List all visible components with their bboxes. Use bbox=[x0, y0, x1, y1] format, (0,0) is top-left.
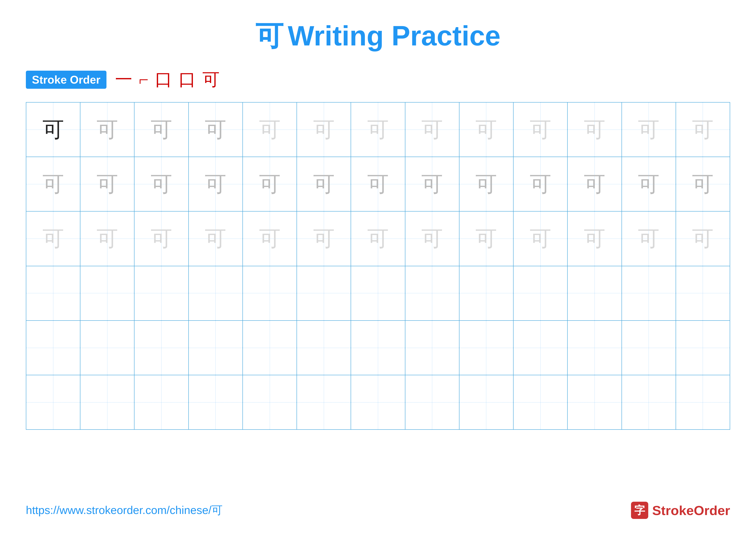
grid-cell[interactable] bbox=[189, 321, 243, 375]
grid-cell[interactable] bbox=[189, 375, 243, 429]
grid-cell[interactable] bbox=[622, 321, 676, 375]
grid-cell[interactable]: 可 bbox=[622, 212, 676, 266]
grid-cell[interactable]: 可 bbox=[568, 157, 622, 211]
grid-cell[interactable]: 可 bbox=[297, 157, 351, 211]
grid-cell[interactable]: 可 bbox=[297, 212, 351, 266]
grid-cell[interactable] bbox=[134, 321, 189, 375]
grid-cell[interactable]: 可 bbox=[351, 103, 405, 157]
grid-cell[interactable]: 可 bbox=[134, 157, 189, 211]
grid-cell[interactable] bbox=[134, 375, 189, 429]
grid-cell[interactable]: 可 bbox=[134, 103, 189, 157]
grid-cell[interactable]: 可 bbox=[80, 157, 134, 211]
grid-cell[interactable] bbox=[514, 375, 568, 429]
grid-cell[interactable] bbox=[568, 266, 622, 320]
grid-cell[interactable]: 可 bbox=[189, 103, 243, 157]
grid-cell[interactable]: 可 bbox=[243, 103, 297, 157]
grid-cell[interactable] bbox=[80, 266, 134, 320]
grid-cell[interactable]: 可 bbox=[26, 212, 80, 266]
grid-cell[interactable] bbox=[676, 321, 730, 375]
grid-cell[interactable]: 可 bbox=[243, 212, 297, 266]
grid-cell[interactable] bbox=[676, 375, 730, 429]
grid-cell[interactable]: 可 bbox=[26, 157, 80, 211]
grid-cell[interactable]: 可 bbox=[405, 103, 459, 157]
brand-icon: 字 bbox=[631, 502, 648, 519]
grid-cell[interactable]: 可 bbox=[26, 103, 80, 157]
grid-cell[interactable]: 可 bbox=[80, 103, 134, 157]
grid-cell[interactable]: 可 bbox=[459, 212, 514, 266]
grid-cell[interactable] bbox=[351, 375, 405, 429]
grid-cell[interactable]: 可 bbox=[189, 212, 243, 266]
stroke-sequence: 一 ⌐ 口 口 可 bbox=[115, 68, 220, 91]
grid-cell[interactable] bbox=[134, 266, 189, 320]
grid-cell[interactable]: 可 bbox=[568, 212, 622, 266]
grid-cell[interactable]: 可 bbox=[189, 157, 243, 211]
practice-char: 可 bbox=[638, 173, 660, 195]
grid-cell[interactable] bbox=[568, 375, 622, 429]
practice-char: 可 bbox=[584, 119, 606, 140]
grid-cell[interactable] bbox=[514, 321, 568, 375]
grid-row-2: 可 可 可 可 可 可 可 可 可 可 可 可 可 bbox=[26, 157, 730, 212]
grid-cell[interactable] bbox=[26, 321, 80, 375]
grid-cell[interactable] bbox=[351, 321, 405, 375]
grid-cell[interactable]: 可 bbox=[459, 157, 514, 211]
grid-cell[interactable] bbox=[459, 375, 514, 429]
grid-cell[interactable] bbox=[297, 375, 351, 429]
grid-cell[interactable]: 可 bbox=[514, 103, 568, 157]
grid-cell[interactable] bbox=[26, 375, 80, 429]
grid-cell[interactable]: 可 bbox=[568, 103, 622, 157]
stroke-order-section: Stroke Order 一 ⌐ 口 口 可 bbox=[26, 68, 730, 91]
practice-char: 可 bbox=[475, 173, 497, 195]
grid-cell[interactable]: 可 bbox=[80, 212, 134, 266]
grid-cell[interactable]: 可 bbox=[676, 212, 730, 266]
grid-cell[interactable]: 可 bbox=[676, 157, 730, 211]
footer: https://www.strokeorder.com/chinese/可 字 … bbox=[26, 502, 730, 519]
practice-char: 可 bbox=[205, 228, 226, 249]
grid-cell[interactable]: 可 bbox=[351, 212, 405, 266]
stroke-step-4: 口 bbox=[179, 68, 196, 91]
grid-cell[interactable]: 可 bbox=[622, 103, 676, 157]
grid-cell[interactable] bbox=[514, 266, 568, 320]
grid-cell[interactable] bbox=[676, 266, 730, 320]
grid-cell[interactable] bbox=[297, 266, 351, 320]
grid-cell[interactable] bbox=[80, 375, 134, 429]
grid-cell[interactable]: 可 bbox=[405, 157, 459, 211]
practice-char: 可 bbox=[367, 173, 389, 195]
grid-cell[interactable]: 可 bbox=[514, 212, 568, 266]
grid-cell[interactable] bbox=[622, 266, 676, 320]
grid-cell[interactable] bbox=[405, 321, 459, 375]
grid-cell[interactable] bbox=[297, 321, 351, 375]
grid-cell[interactable]: 可 bbox=[297, 103, 351, 157]
grid-cell[interactable]: 可 bbox=[243, 157, 297, 211]
grid-cell[interactable] bbox=[243, 375, 297, 429]
grid-cell[interactable] bbox=[405, 266, 459, 320]
practice-char: 可 bbox=[96, 228, 118, 249]
grid-cell[interactable] bbox=[622, 375, 676, 429]
practice-char: 可 bbox=[259, 119, 281, 140]
grid-cell[interactable] bbox=[405, 375, 459, 429]
practice-char: 可 bbox=[692, 173, 714, 195]
grid-cell[interactable]: 可 bbox=[676, 103, 730, 157]
grid-cell[interactable] bbox=[568, 321, 622, 375]
grid-cell[interactable]: 可 bbox=[134, 212, 189, 266]
grid-cell[interactable] bbox=[243, 321, 297, 375]
grid-cell[interactable]: 可 bbox=[514, 157, 568, 211]
grid-cell[interactable]: 可 bbox=[622, 157, 676, 211]
title-character: 可 bbox=[256, 20, 284, 51]
grid-cell[interactable] bbox=[243, 266, 297, 320]
footer-brand: 字 StrokeOrder bbox=[631, 502, 730, 519]
grid-cell[interactable]: 可 bbox=[405, 212, 459, 266]
grid-cell[interactable] bbox=[189, 266, 243, 320]
practice-char: 可 bbox=[692, 228, 714, 249]
practice-char: 可 bbox=[313, 173, 335, 195]
grid-cell[interactable] bbox=[351, 266, 405, 320]
grid-cell[interactable]: 可 bbox=[459, 103, 514, 157]
brand-name: StrokeOrder bbox=[652, 503, 730, 518]
grid-cell[interactable] bbox=[459, 321, 514, 375]
stroke-step-1: 一 bbox=[115, 68, 132, 91]
grid-cell[interactable]: 可 bbox=[351, 157, 405, 211]
practice-char: 可 bbox=[638, 228, 660, 249]
grid-cell[interactable] bbox=[26, 266, 80, 320]
footer-url[interactable]: https://www.strokeorder.com/chinese/可 bbox=[26, 503, 223, 518]
grid-cell[interactable] bbox=[80, 321, 134, 375]
grid-cell[interactable] bbox=[459, 266, 514, 320]
